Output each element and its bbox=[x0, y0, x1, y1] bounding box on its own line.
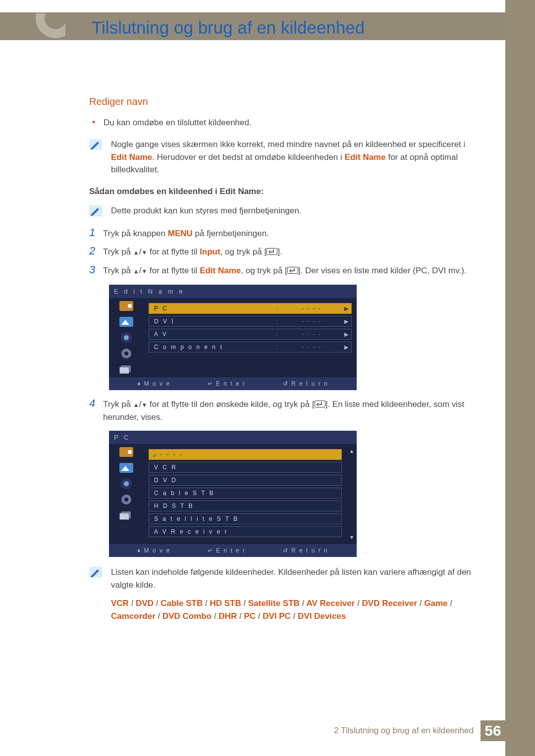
osd-rows: P C:- - - -▶D V I:- - - -▶A V:- - - -▶C … bbox=[144, 298, 357, 377]
page-title: Tilslutning og brug af en kildeenhed bbox=[92, 18, 365, 38]
step-number: 1 bbox=[89, 226, 103, 239]
note-pencil-icon bbox=[89, 567, 102, 578]
note-block: Nogle gange vises skærmen ikke korrekt, … bbox=[89, 138, 481, 176]
svg-point-5 bbox=[128, 304, 132, 308]
note-text: Listen kan indeholde følgende kildeenhed… bbox=[111, 566, 481, 622]
step-number: 2 bbox=[89, 245, 103, 257]
svg-point-9 bbox=[124, 335, 129, 340]
osd-footer-move: ♦ M o v e bbox=[137, 379, 170, 388]
osd-row: A V R e c e i v e r bbox=[149, 526, 342, 537]
chapter-circle-icon bbox=[36, 13, 65, 39]
scroll-down-icon: ▼ bbox=[349, 533, 355, 542]
page-footer: 2 Tilslutning og brug af en kildeenhed 5… bbox=[334, 720, 505, 741]
osd-row: C a b l e S T B bbox=[149, 488, 342, 499]
osd-icon-column bbox=[109, 444, 144, 544]
osd-title: P C bbox=[109, 431, 357, 445]
up-arrow-icon: ▲ bbox=[133, 248, 139, 257]
step-item: 1 Tryk på knappen MENU på fjernbetjening… bbox=[89, 226, 481, 240]
osd-picture-icon bbox=[109, 460, 144, 476]
footer-chapter: 2 Tilslutning og brug af en kildeenhed bbox=[334, 726, 474, 736]
down-arrow-icon: ▼ bbox=[141, 248, 147, 257]
note-text: Nogle gange vises skærmen ikke korrekt, … bbox=[111, 138, 481, 176]
svg-rect-3 bbox=[287, 267, 298, 274]
osd-source-icon bbox=[109, 444, 144, 460]
osd-source-icon bbox=[109, 298, 144, 314]
up-arrow-icon: ▲ bbox=[133, 267, 139, 276]
osd-rows: ✔- - - -V C RD V DC a b l e S T BH D S T… bbox=[144, 444, 347, 544]
svg-point-11 bbox=[124, 352, 128, 355]
osd-multi-icon bbox=[109, 361, 144, 377]
step-number: 3 bbox=[89, 263, 103, 276]
osd-footer-return: ↺ R e t u r n bbox=[283, 379, 328, 388]
note-text: Dette produkt kan kun styres med fjernbe… bbox=[111, 204, 302, 217]
main-content: Rediger navn • Du kan omdøbe en tilslutt… bbox=[89, 94, 481, 631]
osd-row: H D S T B bbox=[149, 501, 342, 511]
osd-footer: ♦ M o v e ↵ E n t e r ↺ R e t u r n bbox=[109, 544, 357, 557]
osd-sound-icon bbox=[109, 330, 144, 346]
step-text: Tryk på ▲/▼ for at flytte til Edit Name,… bbox=[103, 263, 481, 277]
osd-footer-enter: ↵ E n t e r bbox=[208, 379, 246, 388]
sub-heading: Sådan omdøbes en kildeenhed i Edit Name: bbox=[89, 185, 481, 198]
osd-row: S a t e l l i t e S T B bbox=[149, 513, 342, 524]
bullet-text: Du kan omdøbe en tilsluttet kildeenhed. bbox=[104, 118, 252, 127]
enter-icon bbox=[267, 246, 277, 259]
osd-row: P C:- - - -▶ bbox=[149, 303, 352, 314]
osd-footer: ♦ M o v e ↵ E n t e r ↺ R e t u r n bbox=[109, 377, 357, 390]
step-item: 4 Tryk på ▲/▼ for at flytte til den ønsk… bbox=[89, 397, 481, 424]
osd-multi-icon bbox=[109, 507, 144, 523]
step-number: 4 bbox=[89, 397, 103, 410]
note-pencil-icon bbox=[89, 205, 102, 216]
osd-screenshot-edit-name: E d i t N a m e P C:- - - -▶D V I:- - - … bbox=[109, 285, 357, 391]
note-block: Dette produkt kan kun styres med fjernbe… bbox=[89, 204, 481, 217]
enter-icon bbox=[315, 399, 325, 411]
up-arrow-icon: ▲ bbox=[133, 401, 139, 409]
osd-sound-icon bbox=[109, 476, 144, 492]
osd-row: D V I:- - - -▶ bbox=[149, 316, 352, 327]
osd-footer-enter: ↵ E n t e r bbox=[208, 546, 246, 555]
osd-picture-icon bbox=[109, 314, 144, 330]
svg-point-16 bbox=[128, 450, 132, 454]
footer-page-number: 56 bbox=[481, 720, 505, 741]
svg-point-22 bbox=[124, 498, 128, 502]
osd-footer-return: ↺ R e t u r n bbox=[283, 546, 328, 555]
down-arrow-icon: ▼ bbox=[141, 267, 147, 276]
bullet-item: • Du kan omdøbe en tilsluttet kildeenhed… bbox=[92, 116, 481, 129]
step-item: 2 Tryk på ▲/▼ for at flytte til Input, o… bbox=[89, 245, 481, 258]
side-stripe bbox=[505, 0, 535, 756]
scroll-up-icon: ▲ bbox=[349, 447, 355, 455]
svg-point-20 bbox=[124, 481, 129, 486]
osd-title: E d i t N a m e bbox=[109, 285, 357, 299]
note-pencil-icon bbox=[89, 139, 102, 150]
bullet-dot-icon: • bbox=[92, 117, 95, 127]
note-block: Listen kan indeholde følgende kildeenhed… bbox=[89, 566, 481, 622]
section-heading: Rediger navn bbox=[89, 94, 481, 109]
svg-rect-13 bbox=[119, 367, 129, 374]
osd-row: A V:- - - -▶ bbox=[149, 329, 352, 340]
step-text: Tryk på ▲/▼ for at flytte til den ønsked… bbox=[103, 397, 481, 424]
osd-row: ✔- - - - bbox=[149, 449, 342, 460]
osd-setup-icon bbox=[109, 492, 144, 507]
osd-row: D V D bbox=[149, 475, 342, 486]
osd-screenshot-pc-list: P C ✔- - - -V C RD V DC a b l e S T BH D… bbox=[109, 431, 357, 557]
osd-icon-column bbox=[109, 298, 144, 377]
step-text: Tryk på knappen MENU på fjernbetjeningen… bbox=[103, 226, 481, 240]
device-list: VCR / DVD / Cable STB / HD STB / Satelli… bbox=[111, 597, 481, 622]
osd-setup-icon bbox=[109, 346, 144, 361]
step-item: 3 Tryk på ▲/▼ for at flytte til Edit Nam… bbox=[89, 263, 481, 277]
osd-scrollbar: ▲ ▼ bbox=[347, 444, 357, 544]
osd-row: C o m p o n e n t:- - - -▶ bbox=[149, 342, 352, 353]
osd-footer-move: ♦ M o v e bbox=[137, 546, 170, 555]
step-text: Tryk på ▲/▼ for at flytte til Input, og … bbox=[103, 245, 481, 258]
svg-rect-2 bbox=[267, 248, 277, 254]
enter-icon bbox=[287, 265, 298, 278]
osd-row: V C R bbox=[149, 462, 342, 473]
svg-rect-24 bbox=[119, 513, 129, 520]
down-arrow-icon: ▼ bbox=[141, 401, 147, 409]
svg-rect-14 bbox=[315, 401, 325, 407]
